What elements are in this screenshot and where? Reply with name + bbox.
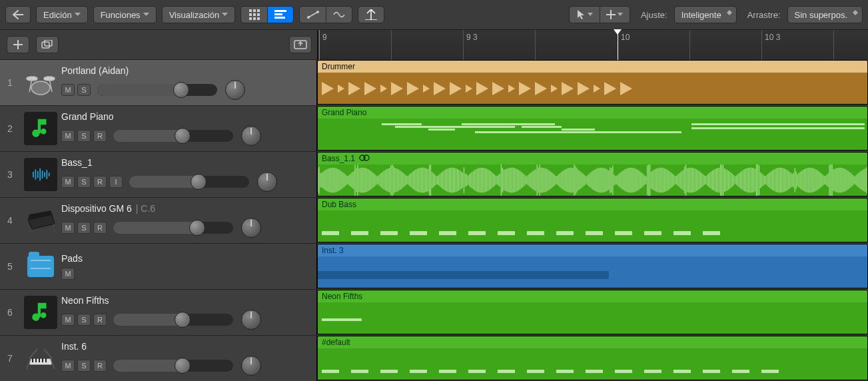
snap-select[interactable]: Inteligente [674, 6, 737, 23]
menu-edit-label: Edición [43, 10, 72, 20]
region[interactable]: Neon Fifths [317, 290, 868, 334]
ruler-mark: 10 [621, 33, 630, 42]
pan-knob[interactable] [225, 80, 245, 100]
svg-line-34 [53, 224, 55, 233]
region[interactable]: Drummer [317, 60, 868, 105]
track-header[interactable]: 3Bass_1MSRI [0, 152, 316, 198]
volume-slider[interactable] [129, 176, 249, 188]
duplicate-track-button[interactable] [36, 36, 59, 53]
region[interactable]: Dub Bass [317, 198, 868, 242]
pan-knob[interactable] [241, 218, 261, 238]
track-icon[interactable] [24, 112, 57, 145]
region[interactable]: Bass_1.1 [317, 152, 868, 196]
track-number: 2 [0, 123, 20, 134]
svg-point-17 [31, 81, 50, 95]
track-name[interactable]: Neon Fifths [61, 295, 310, 306]
solo-button[interactable]: S [77, 130, 91, 142]
track-icon[interactable] [24, 342, 57, 375]
mute-button[interactable]: M [61, 222, 75, 234]
volume-slider[interactable] [113, 314, 233, 326]
volume-slider[interactable] [113, 222, 233, 234]
main-toolbar: Edición Funciones Visualización [0, 0, 868, 30]
solo-button[interactable]: S [77, 84, 91, 96]
record-button[interactable]: R [93, 176, 107, 188]
region-label: Drummer [322, 62, 355, 71]
svg-rect-8 [257, 17, 260, 20]
svg-point-22 [33, 131, 39, 137]
track-header[interactable]: 7Inst. 6MSR [0, 336, 316, 381]
playhead-icon[interactable] [618, 30, 618, 60]
svg-rect-39 [35, 358, 37, 362]
pointer-tool-button[interactable] [569, 6, 600, 23]
region[interactable]: Inst. 3 [317, 244, 868, 288]
mute-button[interactable]: M [61, 130, 75, 142]
timeline-ruler[interactable]: 9 9 3 10 10 3 [317, 30, 868, 60]
track-name[interactable]: Bass_1 [61, 157, 310, 168]
arrange-area[interactable]: DrummerGrand PianoBass_1.1Dub BassInst. … [317, 60, 868, 381]
drag-select[interactable]: Sin superpos. [787, 6, 863, 23]
flex-button[interactable] [326, 6, 352, 23]
region-label: Neon Fifths [322, 292, 362, 301]
region-label: Grand Piano [322, 108, 366, 117]
track-icon[interactable] [24, 158, 57, 191]
record-button[interactable]: R [93, 222, 107, 234]
secondary-tool-button[interactable] [600, 6, 630, 23]
track-icon[interactable] [24, 296, 57, 329]
pan-knob[interactable] [241, 126, 261, 146]
volume-slider[interactable] [113, 130, 233, 142]
volume-slider[interactable] [97, 84, 217, 96]
solo-button[interactable]: S [77, 314, 91, 326]
record-button[interactable]: R [93, 314, 107, 326]
solo-button[interactable]: S [77, 360, 91, 372]
import-button[interactable] [289, 36, 312, 53]
catch-playhead-button[interactable] [358, 6, 384, 23]
mute-button[interactable]: M [61, 314, 75, 326]
input-button[interactable]: I [109, 176, 123, 188]
svg-rect-40 [39, 358, 40, 362]
add-track-button[interactable] [7, 36, 29, 53]
record-button[interactable]: R [93, 360, 107, 372]
track-header[interactable]: 5PadsM [0, 244, 316, 290]
mute-button[interactable]: M [61, 360, 75, 372]
pan-knob[interactable] [257, 172, 277, 192]
track-icon[interactable] [24, 250, 57, 283]
mute-button[interactable]: M [61, 268, 75, 280]
track-name[interactable]: Dispositivo GM 6| C.6 [61, 203, 310, 214]
menu-edit[interactable]: Edición [36, 6, 88, 23]
track-icon[interactable] [24, 66, 57, 99]
svg-point-35 [33, 314, 39, 320]
track-number: 7 [0, 353, 20, 364]
record-button[interactable]: R [93, 130, 107, 142]
snap-value: Inteligente [681, 10, 721, 20]
track-name[interactable]: Pads [61, 253, 310, 264]
region[interactable]: #default [317, 336, 868, 380]
svg-rect-14 [42, 42, 49, 48]
track-header[interactable]: 4Dispositivo GM 6| C.6MSR [0, 198, 316, 244]
solo-button[interactable]: S [77, 222, 91, 234]
track-name[interactable]: Inst. 6 [61, 341, 310, 352]
drag-label: Arrastre: [742, 10, 782, 20]
ruler-mark: 10 3 [765, 33, 780, 42]
mute-button[interactable]: M [61, 176, 75, 188]
automation-curves-button[interactable] [299, 6, 326, 23]
solo-button[interactable]: S [77, 176, 91, 188]
track-name[interactable]: Portland (Aidan) [61, 65, 310, 76]
menu-functions[interactable]: Funciones [93, 6, 157, 23]
track-header[interactable]: 2Grand PianoMSR [0, 106, 316, 152]
pan-knob[interactable] [241, 310, 261, 330]
list-view-button[interactable] [267, 6, 294, 23]
back-button[interactable] [5, 6, 31, 23]
pan-knob[interactable] [241, 356, 261, 376]
snap-label: Ajuste: [636, 10, 669, 20]
mute-button[interactable]: M [61, 84, 75, 96]
menu-view[interactable]: Visualización [162, 6, 236, 23]
region-label: #default [322, 338, 350, 347]
loop-icon [359, 154, 370, 164]
grid-view-button[interactable] [240, 6, 267, 23]
track-icon[interactable] [24, 204, 57, 237]
region[interactable]: Grand Piano [317, 106, 868, 151]
track-header[interactable]: 1Portland (Aidan)MS [0, 60, 316, 106]
track-header[interactable]: 6Neon FifthsMSR [0, 290, 316, 336]
track-name[interactable]: Grand Piano [61, 111, 310, 122]
volume-slider[interactable] [113, 360, 233, 372]
